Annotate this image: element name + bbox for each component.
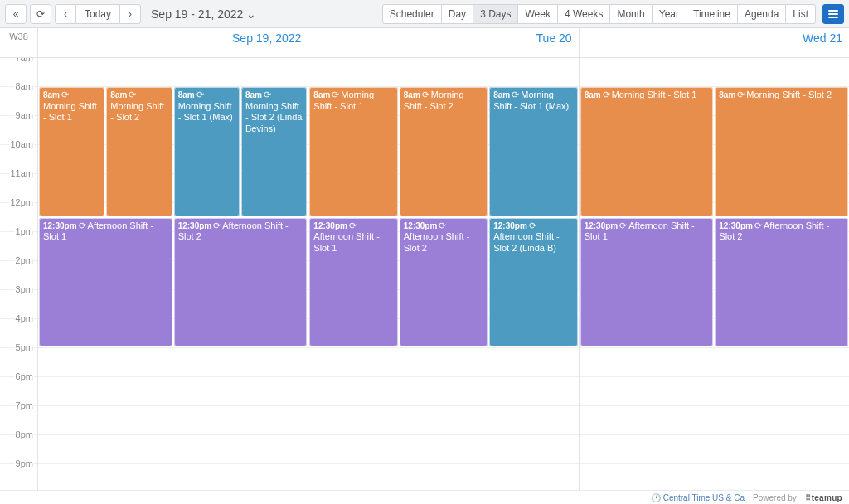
event-time: 8am bbox=[313, 90, 330, 99]
event-time: 8am bbox=[245, 90, 262, 99]
event-time: 12:30pm bbox=[404, 221, 438, 230]
view-4-weeks-button[interactable]: 4 Weeks bbox=[557, 4, 610, 24]
chevron-down-icon: ⌄ bbox=[246, 7, 256, 21]
recurring-icon: ⟳ bbox=[737, 90, 745, 100]
event-title: Morning Shift - Slot 2 bbox=[746, 90, 832, 99]
recurring-icon: ⟳ bbox=[129, 90, 136, 100]
calendar-event[interactable]: 8am⟳Morning Shift - Slot 1 bbox=[39, 87, 104, 216]
event-title: Morning Shift - Slot 1 bbox=[612, 90, 697, 99]
event-time: 8am bbox=[585, 90, 601, 99]
view-timeline-button[interactable]: Timeline bbox=[686, 4, 738, 24]
event-title: Morning Shift - Slot 2 (Linda Bevins) bbox=[245, 101, 302, 134]
date-nav-group: ‹ Today › bbox=[55, 4, 141, 24]
footer-bar: 🕑 Central Time US & Ca Powered by teamup bbox=[0, 490, 849, 504]
calendar-grid: 7am8am9am10am11am12pm1pm2pm3pm4pm5pm6pm7… bbox=[0, 58, 849, 490]
view-agenda-button[interactable]: Agenda bbox=[737, 4, 786, 24]
calendar-event[interactable]: 8am⟳Morning Shift - Slot 1 bbox=[309, 87, 397, 216]
event-time: 8am bbox=[404, 90, 420, 99]
view-switcher: SchedulerDay3 DaysWeek4 WeeksMonthYearTi… bbox=[382, 4, 816, 24]
time-gutter: 7am8am9am10am11am12pm1pm2pm3pm4pm5pm6pm7… bbox=[0, 58, 38, 490]
calendar-event[interactable]: 8am⟳Morning Shift - Slot 2 bbox=[715, 87, 848, 216]
recurring-icon: ⟳ bbox=[439, 220, 446, 231]
view-week-button[interactable]: Week bbox=[517, 4, 557, 24]
hour-label: 7am bbox=[15, 58, 34, 62]
hour-label: 2pm bbox=[15, 255, 34, 265]
recurring-icon: ⟳ bbox=[529, 220, 536, 231]
calendar-event[interactable]: 8am⟳Morning Shift - Slot 1 (Max) bbox=[489, 87, 577, 216]
event-time: 8am bbox=[493, 90, 510, 99]
date-range-picker[interactable]: Sep 19 - 21, 2022 ⌄ bbox=[151, 7, 256, 21]
day-column[interactable]: 8am⟳Morning Shift - Slot 18am⟳Morning Sh… bbox=[38, 58, 308, 490]
event-time: 12:30pm bbox=[313, 221, 347, 230]
recurring-icon: ⟳ bbox=[332, 90, 339, 100]
calendar-event[interactable]: 8am⟳Morning Shift - Slot 1 bbox=[580, 87, 714, 216]
hour-label: 3pm bbox=[15, 284, 34, 294]
refresh-button[interactable]: ⟳ bbox=[30, 4, 51, 24]
event-title: Afternoon Shift - Slot 2 (Linda B) bbox=[493, 231, 560, 253]
calendar-event[interactable]: 12:30pm⟳Afternoon Shift - Slot 1 bbox=[580, 218, 714, 347]
event-time: 12:30pm bbox=[493, 221, 527, 230]
day-header-row: W38 Sep 19, 2022 Tue 20 Wed 21 bbox=[0, 28, 849, 58]
hour-label: 4pm bbox=[15, 313, 34, 323]
hour-label: 6pm bbox=[15, 371, 34, 381]
brand-logo[interactable]: teamup bbox=[805, 493, 842, 502]
recurring-icon: ⟳ bbox=[754, 220, 762, 231]
recurring-icon: ⟳ bbox=[213, 220, 221, 231]
calendar-event[interactable]: 12:30pm⟳Afternoon Shift - Slot 2 (Linda … bbox=[489, 218, 577, 347]
recurring-icon: ⟳ bbox=[196, 90, 204, 100]
day-header[interactable]: Tue 20 bbox=[308, 28, 579, 57]
calendar-event[interactable]: 12:30pm⟳Afternoon Shift - Slot 2 bbox=[400, 218, 488, 347]
hour-label: 7pm bbox=[15, 400, 34, 410]
collapse-sidebar-button[interactable]: « bbox=[5, 4, 27, 24]
event-time: 12:30pm bbox=[178, 221, 212, 230]
calendar-event[interactable]: 8am⟳Morning Shift - Slot 2 bbox=[400, 87, 488, 216]
calendar-event[interactable]: 8am⟳Morning Shift - Slot 2 bbox=[106, 87, 172, 216]
hour-label: 11am bbox=[9, 168, 34, 178]
recurring-icon: ⟳ bbox=[512, 90, 519, 100]
recurring-icon: ⟳ bbox=[349, 220, 357, 231]
today-button[interactable]: Today bbox=[75, 4, 120, 24]
recurring-icon: ⟳ bbox=[79, 220, 86, 231]
calendar-grid-scroll[interactable]: 7am8am9am10am11am12pm1pm2pm3pm4pm5pm6pm7… bbox=[0, 58, 849, 490]
recurring-icon: ⟳ bbox=[264, 90, 271, 100]
hour-label: 9pm bbox=[15, 458, 34, 468]
calendar-event[interactable]: 12:30pm⟳Afternoon Shift - Slot 2 bbox=[715, 218, 848, 347]
event-time: 8am bbox=[110, 90, 127, 99]
calendar-event[interactable]: 8am⟳Morning Shift - Slot 2 (Linda Bevins… bbox=[241, 87, 307, 216]
event-time: 8am bbox=[178, 90, 195, 99]
recurring-icon: ⟳ bbox=[619, 220, 627, 231]
event-title: Afternoon Shift - Slot 1 bbox=[313, 231, 380, 253]
event-time: 8am bbox=[43, 90, 60, 99]
calendar-event[interactable]: 12:30pm⟳Afternoon Shift - Slot 1 bbox=[309, 218, 397, 347]
hour-label: 10am bbox=[9, 139, 34, 149]
view-3-days-button[interactable]: 3 Days bbox=[473, 4, 518, 24]
event-title: Morning Shift - Slot 2 bbox=[110, 101, 164, 123]
calendar-event[interactable]: 8am⟳Morning Shift - Slot 1 (Max) bbox=[174, 87, 240, 216]
event-title: Morning Shift - Slot 1 bbox=[43, 101, 97, 123]
day-header[interactable]: Sep 19, 2022 bbox=[38, 28, 308, 57]
event-title: Morning Shift - Slot 1 (Max) bbox=[178, 101, 233, 123]
hour-label: 9am bbox=[15, 110, 34, 120]
recurring-icon: ⟳ bbox=[603, 90, 610, 100]
calendar-event[interactable]: 12:30pm⟳Afternoon Shift - Slot 1 bbox=[39, 218, 172, 347]
day-column[interactable]: 8am⟳Morning Shift - Slot 18am⟳Morning Sh… bbox=[580, 58, 849, 490]
day-header[interactable]: Wed 21 bbox=[580, 28, 849, 57]
event-time: 12:30pm bbox=[43, 221, 77, 230]
main-menu-button[interactable] bbox=[822, 4, 844, 24]
event-time: 12:30pm bbox=[585, 221, 619, 230]
view-year-button[interactable]: Year bbox=[652, 4, 686, 24]
view-scheduler-button[interactable]: Scheduler bbox=[382, 4, 442, 24]
calendar-event[interactable]: 12:30pm⟳Afternoon Shift - Slot 2 bbox=[174, 218, 308, 347]
view-day-button[interactable]: Day bbox=[441, 4, 473, 24]
recurring-icon: ⟳ bbox=[61, 90, 69, 100]
next-button[interactable]: › bbox=[119, 4, 141, 24]
prev-button[interactable]: ‹ bbox=[55, 4, 76, 24]
day-column[interactable]: 8am⟳Morning Shift - Slot 18am⟳Morning Sh… bbox=[308, 58, 579, 490]
event-time: 12:30pm bbox=[719, 221, 753, 230]
hamburger-icon bbox=[828, 9, 838, 19]
view-month-button[interactable]: Month bbox=[609, 4, 652, 24]
hour-label: 8pm bbox=[15, 429, 34, 439]
event-title: Afternoon Shift - Slot 2 bbox=[404, 231, 470, 253]
view-list-button[interactable]: List bbox=[785, 4, 816, 24]
timezone-link[interactable]: 🕑 Central Time US & Ca bbox=[651, 493, 745, 502]
